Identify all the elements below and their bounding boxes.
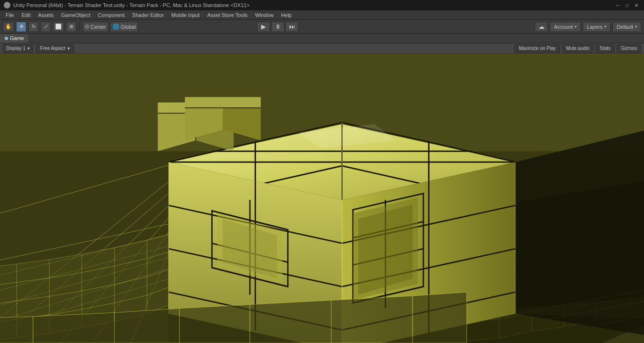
default-dropdown-arrow: ▾ (635, 24, 637, 29)
minimize-button[interactable]: ─ (614, 1, 621, 9)
game-tab-icon (5, 37, 8, 40)
layers-label: Layers (587, 24, 603, 30)
rect-tool-button[interactable]: ⬜ (53, 22, 64, 32)
toolbar-separator-1 (79, 22, 80, 32)
center-label: Center (91, 24, 106, 30)
svg-marker-159 (413, 292, 467, 343)
main-content (0, 54, 644, 343)
gizmos-button[interactable]: Gizmos (617, 44, 641, 53)
display-label: Display 1 (6, 46, 25, 51)
svg-marker-154 (33, 313, 114, 343)
close-button[interactable]: ✕ (633, 1, 640, 9)
cloud-button[interactable]: ☁ (535, 22, 548, 32)
window-title: Unity Personal (64bit) - Terrain Shader … (13, 2, 249, 8)
game-tab[interactable]: Game (0, 34, 29, 43)
svg-marker-157 (250, 300, 331, 343)
default-label: Default (617, 24, 633, 30)
menu-assets[interactable]: Assets (34, 11, 58, 19)
account-dropdown[interactable]: Account ▾ (550, 22, 581, 32)
unity-logo-icon (4, 2, 10, 8)
toolbar: ✋ ✥ ↻ ⤢ ⬜ ⊞ ⊙ Center 🌐 Global ▶ ⏸ ⏭ ☁ Ac… (0, 20, 644, 34)
global-button[interactable]: 🌐 Global (110, 22, 138, 32)
step-button[interactable]: ⏭ (285, 22, 298, 32)
panel-header: Display 1 ▾ Free Aspect ▾ Maximize on Pl… (0, 43, 644, 54)
game-viewport[interactable] (0, 54, 644, 343)
aspect-dropdown[interactable]: Free Aspect ▾ (36, 44, 74, 53)
display-dropdown-arrow: ▾ (27, 46, 30, 51)
hand-tool-button[interactable]: ✋ (3, 22, 14, 32)
title-bar-left: Unity Personal (64bit) - Terrain Shader … (4, 2, 249, 8)
menu-edit[interactable]: Edit (18, 11, 34, 19)
menu-help[interactable]: Help (277, 11, 296, 19)
pause-button[interactable]: ⏸ (271, 22, 284, 32)
display-dropdown[interactable]: Display 1 ▾ (3, 44, 33, 53)
maximize-on-play-button[interactable]: Maximize on Play (514, 44, 560, 53)
menu-gameobject[interactable]: GameObject (58, 11, 94, 19)
layers-dropdown-arrow: ▾ (604, 24, 606, 29)
scale-tool-button[interactable]: ⤢ (41, 22, 51, 32)
global-icon: 🌐 (113, 24, 119, 30)
svg-marker-155 (115, 308, 180, 343)
svg-marker-153 (0, 317, 33, 343)
multi-tool-button[interactable]: ⊞ (66, 22, 76, 32)
default-dropdown[interactable]: Default ▾ (612, 22, 641, 32)
rotate-tool-button[interactable]: ↻ (28, 22, 39, 32)
account-label: Account (554, 24, 573, 30)
maximize-button[interactable]: □ (623, 1, 631, 9)
game-tab-label: Game (10, 35, 24, 41)
center-icon: ⊙ (85, 24, 89, 30)
menu-bar: File Edit Assets GameObject Component Sh… (0, 10, 644, 20)
scene-canvas (0, 54, 644, 343)
stats-button[interactable]: Stats (595, 44, 615, 53)
playback-controls: ▶ ⏸ ⏭ (257, 22, 298, 32)
panel-header-right: Maximize on Play Mute audio Stats Gizmos (514, 44, 641, 53)
menu-file[interactable]: File (2, 11, 18, 19)
aspect-dropdown-arrow: ▾ (67, 46, 70, 51)
menu-shader-editor[interactable]: Shader Editor (128, 11, 167, 19)
svg-marker-158 (331, 296, 413, 343)
tab-bar: Game (0, 34, 644, 43)
mute-audio-button[interactable]: Mute audio (562, 44, 594, 53)
account-dropdown-arrow: ▾ (575, 24, 577, 29)
svg-marker-145 (185, 97, 261, 108)
move-tool-button[interactable]: ✥ (16, 22, 26, 32)
global-label: Global (121, 24, 136, 30)
menu-mobile-input[interactable]: Mobile Input (168, 11, 204, 19)
menu-component[interactable]: Component (94, 11, 128, 19)
aspect-label: Free Aspect (40, 46, 65, 51)
layers-dropdown[interactable]: Layers ▾ (583, 22, 611, 32)
right-toolbar: ☁ Account ▾ Layers ▾ Default ▾ (535, 22, 641, 32)
play-button[interactable]: ▶ (257, 22, 270, 32)
title-bar: Unity Personal (64bit) - Terrain Shader … (0, 0, 644, 10)
menu-window[interactable]: Window (251, 11, 277, 19)
window-controls[interactable]: ─ □ ✕ (614, 1, 640, 9)
menu-asset-store-tools[interactable]: Asset Store Tools (204, 11, 251, 19)
svg-marker-156 (180, 304, 250, 343)
center-button[interactable]: ⊙ Center (83, 22, 108, 32)
